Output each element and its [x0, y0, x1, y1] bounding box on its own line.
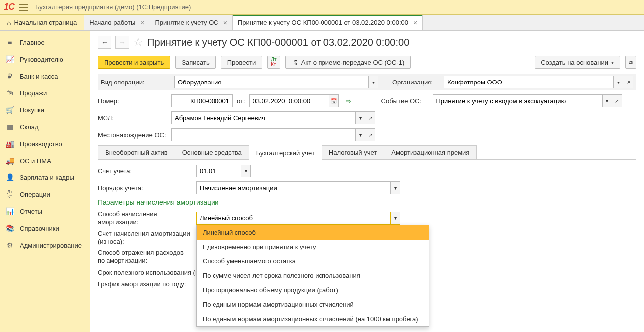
sidebar-item-bank[interactable]: ₽Банк и касса — [0, 68, 90, 84]
sidebar-label: Продажи — [20, 89, 47, 97]
command-bar: Провести и закрыть Записать Провести ДтК… — [98, 56, 636, 69]
dropdown-option[interactable]: Способ уменьшаемого остатка — [197, 254, 429, 268]
books-icon: 📚 — [6, 224, 14, 232]
tab-label: Принятие к учету ОС — [155, 19, 218, 26]
structure-button[interactable]: ⧉ — [625, 56, 636, 69]
sidebar-item-manager[interactable]: 📈Руководителю — [0, 51, 90, 68]
register-entries-button[interactable]: ДтКт — [267, 56, 280, 69]
date-input[interactable] — [253, 95, 326, 107]
printer-icon: 🖨 — [292, 59, 298, 66]
sidebar-label: Отчеты — [20, 208, 42, 215]
tab-home[interactable]: ⌂ Начальная страница — [0, 15, 84, 30]
sidebar-item-sales[interactable]: 🛍Продажи — [0, 84, 90, 101]
subtab-fixed-assets[interactable]: Основные средства — [175, 145, 249, 159]
depr-account-label: Счет начисления амортизации (износа): — [98, 230, 192, 245]
sidebar-item-warehouse[interactable]: ▦Склад — [0, 118, 90, 135]
sidebar-label: Справочники — [20, 225, 59, 232]
method-combo[interactable]: ▾ Линейный способ Единовременно при прин… — [196, 212, 400, 225]
dropdown-icon[interactable]: ▾ — [390, 212, 400, 225]
dropdown-option[interactable]: Пропорционально объему продукции (работ) — [197, 283, 429, 297]
open-icon[interactable]: ↗ — [612, 94, 622, 107]
create-based-on-button[interactable]: Создать на основании — [535, 56, 620, 69]
event-input[interactable] — [436, 95, 599, 107]
order-input[interactable] — [200, 182, 387, 194]
from-label: от: — [237, 97, 245, 105]
section-panel: ≡Главное 📈Руководителю ₽Банк и касса 🛍Пр… — [0, 31, 90, 332]
method-input[interactable] — [200, 212, 387, 224]
sidebar-label: Производство — [20, 140, 62, 148]
favorite-star-icon[interactable]: ☆ — [133, 36, 143, 49]
sidebar-label: Руководителю — [20, 56, 63, 63]
dropdown-icon[interactable]: ▾ — [602, 94, 612, 107]
number-label: Номер: — [98, 97, 167, 105]
sidebar-item-production[interactable]: 🏭Производство — [0, 135, 90, 152]
sidebar-item-purchases[interactable]: 🛒Покупки — [0, 101, 90, 118]
calendar-icon[interactable]: 📅 — [329, 94, 339, 107]
sidebar-label: Операции — [20, 191, 50, 198]
bag-icon: 🛍 — [6, 89, 14, 97]
sidebar-label: ОС и НМА — [20, 157, 51, 165]
open-icon[interactable]: ↗ — [365, 128, 375, 141]
tab-item[interactable]: Принятие к учету ОС × — [150, 15, 233, 30]
schedule-label: График амортизации по году: — [98, 280, 192, 288]
order-label: Порядок учета: — [98, 184, 192, 192]
post-button[interactable]: Провести — [221, 56, 263, 69]
dropdown-icon[interactable]: ▾ — [390, 181, 400, 194]
close-icon[interactable]: × — [413, 19, 417, 27]
ruble-icon: ₽ — [6, 72, 14, 80]
dropdown-option[interactable]: Линейный способ — [197, 225, 429, 240]
dropdown-icon[interactable]: ▾ — [241, 165, 251, 177]
sidebar-item-catalogs[interactable]: 📚Справочники — [0, 220, 90, 237]
close-icon[interactable]: × — [140, 19, 144, 27]
subtab-bonus[interactable]: Амортизационная премия — [384, 145, 477, 159]
account-input[interactable] — [200, 165, 238, 177]
app-logo: 1C — [4, 2, 14, 12]
subtab-tax[interactable]: Налоговый учет — [322, 145, 384, 159]
open-icon[interactable]: ↗ — [365, 111, 375, 124]
method-label: Способ начисления амортизации: — [98, 210, 192, 226]
nav-back-button[interactable]: ← — [98, 36, 111, 49]
mol-input[interactable] — [175, 112, 352, 124]
print-act-button[interactable]: 🖨Акт о приеме-передаче ОС (ОС-1) — [285, 56, 411, 69]
grid-icon: ▦ — [6, 123, 14, 131]
dropdown-option[interactable]: По сумме чисел лет срока полезного испол… — [197, 268, 429, 283]
dropdown-option[interactable]: По единым нормам амортизационных отчисле… — [197, 312, 429, 326]
op-type-label: Вид операции: — [101, 79, 170, 86]
main-menu-icon[interactable] — [19, 4, 28, 11]
dropdown-icon[interactable]: ▾ — [368, 76, 378, 88]
post-and-close-button[interactable]: Провести и закрыть — [98, 56, 170, 69]
op-type-input[interactable] — [178, 76, 365, 88]
subtab-noncurrent[interactable]: Внеоборотный актив — [98, 145, 175, 159]
location-label: Местонахождение ОС: — [98, 131, 167, 139]
tab-item-active[interactable]: Принятие к учету ОС КП00-000001 от 03.02… — [233, 15, 423, 30]
close-icon[interactable]: × — [223, 19, 227, 27]
dropdown-option[interactable]: Единовременно при принятии к учету — [197, 240, 429, 254]
dropdown-icon[interactable]: ▾ — [355, 111, 365, 124]
method-dropdown-list: Линейный способ Единовременно при принят… — [196, 225, 429, 327]
subtab-accounting[interactable]: Бухгалтерский учет — [249, 146, 322, 160]
sidebar-item-hr[interactable]: 👤Зарплата и кадры — [0, 169, 90, 186]
dropdown-option[interactable]: По единым нормам амортизационных отчисле… — [197, 297, 429, 312]
tab-label: Начало работы — [89, 19, 135, 26]
sidebar-item-operations[interactable]: ДтКтОперации — [0, 186, 90, 203]
home-icon: ⌂ — [7, 19, 11, 27]
cart-icon: 🛒 — [6, 106, 14, 114]
tab-item[interactable]: Начало работы × — [84, 15, 150, 30]
number-input[interactable] — [175, 95, 229, 107]
person-icon: 👤 — [6, 173, 14, 181]
sidebar-item-admin[interactable]: ⚙Администрирование — [0, 237, 90, 253]
open-icon[interactable]: ↗ — [623, 76, 633, 88]
dropdown-icon[interactable]: ▾ — [355, 128, 365, 141]
document-form: ← → ☆ Принятие к учету ОС КП00-000001 от… — [90, 31, 644, 332]
dropdown-icon[interactable]: ▾ — [613, 76, 623, 88]
sidebar-item-reports[interactable]: 📊Отчеты — [0, 203, 90, 220]
sidebar-item-assets[interactable]: 🚚ОС и НМА — [0, 152, 90, 169]
tab-home-label: Начальная страница — [14, 19, 77, 26]
account-label: Счет учета: — [98, 167, 192, 175]
location-input[interactable] — [175, 129, 352, 141]
save-button[interactable]: Записать — [175, 56, 216, 69]
org-input[interactable] — [447, 76, 610, 88]
nav-forward-button[interactable]: → — [115, 36, 129, 49]
sidebar-label: Зарплата и кадры — [20, 174, 74, 181]
sidebar-item-main[interactable]: ≡Главное — [0, 34, 90, 51]
